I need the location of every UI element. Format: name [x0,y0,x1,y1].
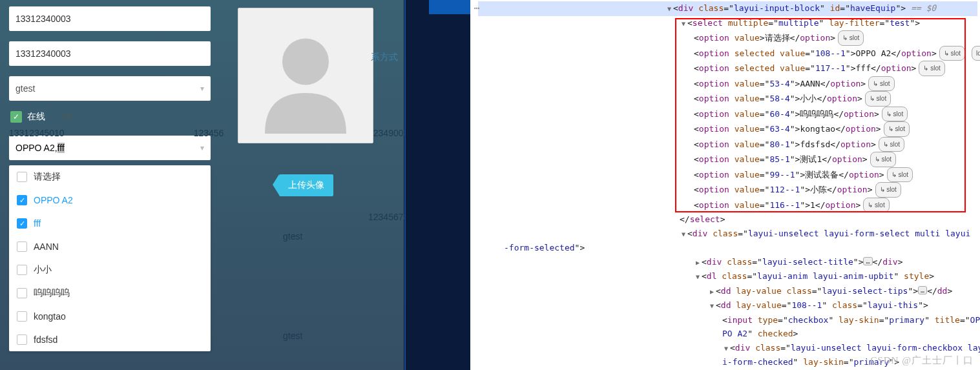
phone-input-1[interactable] [9,6,211,31]
svg-point-0 [282,38,329,85]
checkbox-icon: ✓ [17,195,27,205]
ellipsis-icon: ⋯ [474,1,479,15]
checkbox-icon [17,288,27,298]
dropdown-option[interactable]: 呜呜呜呜 [9,282,211,305]
bg-text: gtest [283,231,302,242]
devtools-panel: ⋯ ▼<div class="layui-input-block" id="ha… [470,0,980,370]
option-label: OPPO A2 [34,195,73,205]
multi-select-dropdown[interactable]: 请选择✓OPPO A2✓fffAANN小小呜呜呜呜kongtaofdsfsd [9,165,211,351]
dropdown-option[interactable]: fdsfsd [9,328,211,351]
avatar-placeholder [238,8,373,143]
multi-select-value: OPPO A2,fff [16,143,65,153]
checkbox-icon [17,265,27,275]
bg-text: gtest [283,331,302,341]
option-label: 小小 [34,264,52,276]
option-label: kongtao [34,311,66,322]
chevron-down-icon: ▾ [200,84,204,93]
checkbox-icon [17,242,27,252]
gap-panel [406,0,470,370]
dropdown-option[interactable]: kongtao [9,305,211,328]
select-gtest[interactable]: gtest ▾ [9,76,211,101]
checkbox-icon: ✓ [17,218,27,229]
chevron-down-icon: ▾ [200,143,204,152]
refresh-icon[interactable]: ⟳ [62,110,72,124]
dom-tree[interactable]: ▼<div class="layui-input-block" id="have… [470,0,980,370]
option-label: AANN [34,242,59,252]
person-icon [247,17,364,134]
form-panel: 13312345010123456 12349008 1234567892 gt… [0,0,404,370]
online-checkbox[interactable]: ✓ [10,111,22,123]
checkbox-icon [17,311,27,322]
option-label: 呜呜呜呜 [34,287,70,299]
dropdown-option[interactable]: ✓OPPO A2 [9,189,211,212]
checkbox-icon [17,172,27,182]
dropdown-option[interactable]: 小小 [9,258,211,282]
multi-select[interactable]: OPPO A2,fff ▾ [9,136,211,160]
dropdown-option[interactable]: 请选择 [9,165,211,189]
select-value: gtest [16,83,35,94]
option-label: fdsfsd [34,334,57,345]
phone-input-2[interactable] [9,41,211,66]
upload-avatar-button[interactable]: 上传头像 [279,174,333,196]
bg-row: 13312345010123456 [9,128,224,138]
dropdown-option[interactable]: AANN [9,235,211,258]
dropdown-option[interactable]: ✓fff [9,212,211,235]
watermark: CSDN @广土士厂丨口 [870,354,974,368]
online-label: 在线 [27,111,45,123]
option-label: 请选择 [34,171,61,183]
option-label: fff [34,218,41,229]
checkbox-icon [17,334,27,345]
bg-text: 12349008 [368,128,408,138]
contact-label: 系方式 [371,52,398,63]
